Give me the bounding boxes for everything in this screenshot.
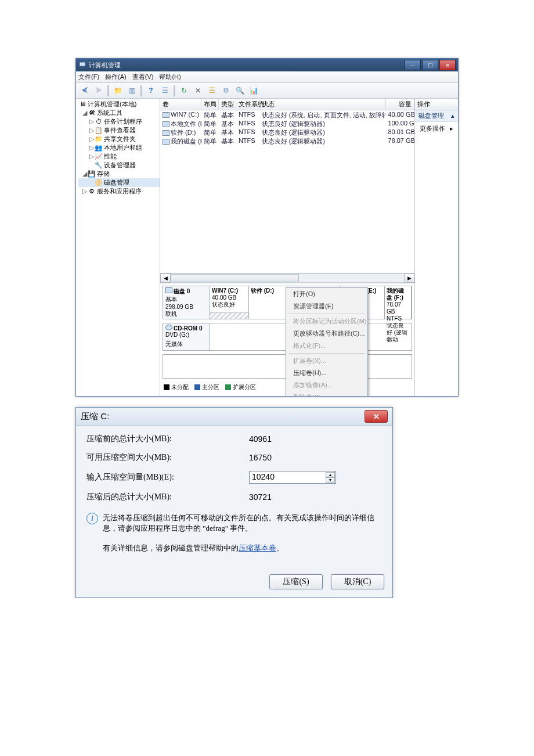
menu-bar: 文件(F) 操作(A) 查看(V) 帮助(H) bbox=[76, 71, 458, 83]
ctx-explore[interactable]: 资源管理器(E) bbox=[286, 300, 367, 312]
context-menu: 打开(O) 资源管理器(E) 将分区标记为活动分区(M) 更改驱动器号和路径(C… bbox=[286, 287, 368, 396]
volume-row[interactable]: 本地文件 (E:) 简单 基本 NTFS 状态良好 (逻辑驱动器) 100.00… bbox=[160, 120, 414, 128]
col-volume[interactable]: 卷 bbox=[160, 99, 201, 110]
menu-action[interactable]: 操作(A) bbox=[105, 73, 127, 81]
tools-icon[interactable]: 📊 bbox=[247, 84, 260, 97]
shrink-button[interactable]: 压缩(S) bbox=[269, 574, 323, 589]
menu-view[interactable]: 查看(V) bbox=[132, 73, 154, 81]
size-before-label: 压缩前的总计大小(MB): bbox=[86, 434, 249, 444]
legend-primary-icon bbox=[194, 384, 200, 390]
ctx-format: 格式化(F)... bbox=[286, 340, 367, 352]
available-shrink-label: 可用压缩空间大小(MB): bbox=[86, 452, 249, 463]
chevron-up-icon: ▴ bbox=[451, 112, 454, 120]
ctx-extend: 扩展卷(X)... bbox=[286, 355, 367, 367]
dialog-close-button[interactable]: ✕ bbox=[365, 410, 388, 423]
cdrom-label: CD-ROM 0 DVD (G:) 无媒体 bbox=[163, 323, 210, 350]
refresh-icon[interactable]: ↻ bbox=[178, 84, 190, 97]
size-before-value: 40961 bbox=[249, 434, 336, 444]
tree-local-users[interactable]: ▷👥本地用户和组 bbox=[78, 143, 160, 152]
scroll-right-icon[interactable]: ▶ bbox=[404, 273, 414, 283]
col-fs[interactable]: 文件系统 bbox=[236, 99, 259, 110]
info-text: 无法将卷压缩到超出任何不可移动的文件所在的点。有关完成该操作时间的详细信息，请参… bbox=[103, 513, 382, 534]
disk-label: 磁盘 0 基本 298.09 GB 联机 bbox=[163, 286, 210, 319]
view-icon[interactable]: ☰ bbox=[158, 84, 171, 97]
gear-icon[interactable]: ⚙ bbox=[219, 84, 232, 97]
partition-c[interactable]: WIN7 (C:) 40.00 GB 状态良好 bbox=[210, 286, 249, 319]
actions-more[interactable]: 更多操作▸ bbox=[415, 122, 458, 135]
legend-extended-icon bbox=[225, 384, 231, 390]
actions-group[interactable]: 磁盘管理▴ bbox=[415, 110, 458, 122]
col-capacity[interactable]: 容量 bbox=[386, 99, 414, 110]
drive-icon bbox=[163, 130, 169, 136]
forward-icon[interactable]: ⮞ bbox=[92, 84, 105, 97]
tree-shared-folders[interactable]: ▷📁共享文件夹 bbox=[78, 135, 160, 143]
volume-row[interactable]: 软件 (D:) 简单 基本 NTFS 状态良好 (逻辑驱动器) 80.01 GB bbox=[160, 128, 414, 137]
disc-icon bbox=[165, 325, 172, 330]
tree-performance[interactable]: ▷📈性能 bbox=[78, 152, 160, 161]
dual-pane-icon[interactable]: ▥ bbox=[125, 84, 138, 97]
menu-file[interactable]: 文件(F) bbox=[78, 73, 99, 81]
info-note: i 无法将卷压缩到超出任何不可移动的文件所在的点。有关完成该操作时间的详细信息，… bbox=[86, 510, 382, 543]
disk-row-0[interactable]: 磁盘 0 基本 298.09 GB 联机 WIN7 (C:) 40.00 GB … bbox=[163, 286, 412, 319]
scroll-thumb[interactable] bbox=[171, 274, 299, 282]
col-type[interactable]: 类型 bbox=[219, 99, 236, 110]
window-title: 计算机管理 bbox=[89, 61, 121, 70]
col-layout[interactable]: 布局 bbox=[201, 99, 219, 110]
disk-icon bbox=[165, 287, 172, 293]
close-button[interactable]: ✕ bbox=[439, 60, 456, 70]
actions-header: 操作 bbox=[415, 99, 458, 110]
chevron-right-icon: ▸ bbox=[450, 125, 453, 132]
shrink-help-link[interactable]: 压缩基本卷 bbox=[239, 543, 276, 552]
shrink-amount-input[interactable]: 10240 ▲ ▼ bbox=[249, 471, 336, 484]
ctx-change-drive-letter[interactable]: 更改驱动器号和路径(C)... bbox=[286, 327, 367, 340]
volume-row[interactable]: WIN7 (C:) 简单 基本 NTFS 状态良好 (系统, 启动, 页面文件,… bbox=[160, 111, 414, 120]
tree-system-tools[interactable]: ◢🛠系统工具 bbox=[78, 109, 160, 117]
app-icon bbox=[78, 61, 86, 69]
toolbar: ⮜ ⮞ 📁 ▥ ? ☰ ↻ ✕ ☰ ⚙ 🔍 📊 bbox=[76, 83, 458, 99]
scroll-track[interactable] bbox=[171, 273, 404, 283]
tree-root[interactable]: 🖥计算机管理(本地) bbox=[78, 100, 160, 109]
window-titlebar[interactable]: 计算机管理 – ☐ ✕ bbox=[76, 59, 458, 71]
svg-rect-1 bbox=[81, 67, 84, 68]
horizontal-scrollbar[interactable]: ◀ ▶ bbox=[160, 273, 414, 283]
help-icon[interactable]: ? bbox=[145, 84, 157, 97]
ctx-add-mirror: 添加镜像(A)... bbox=[286, 379, 367, 391]
properties-icon[interactable]: ☰ bbox=[205, 84, 218, 97]
tree-pane: 🖥计算机管理(本地) ◢🛠系统工具 ▷⏱任务计划程序 ▷📋事件查看器 ▷📁共享文… bbox=[76, 99, 160, 396]
maximize-button[interactable]: ☐ bbox=[422, 60, 438, 70]
minimize-button[interactable]: – bbox=[405, 60, 421, 70]
tree-device-manager[interactable]: 🔧设备管理器 bbox=[78, 161, 160, 170]
computer-management-window: 计算机管理 – ☐ ✕ 文件(F) 操作(A) 查看(V) 帮助(H) ⮜ ⮞ … bbox=[75, 58, 459, 397]
tree-event-viewer[interactable]: ▷📋事件查看器 bbox=[78, 126, 160, 135]
tree-services-apps[interactable]: ▷⚙服务和应用程序 bbox=[78, 187, 160, 196]
drive-icon bbox=[163, 139, 169, 145]
scroll-left-icon[interactable]: ◀ bbox=[160, 273, 171, 283]
ctx-shrink[interactable]: 压缩卷(H)... bbox=[286, 367, 367, 379]
ctx-mark-active: 将分区标记为活动分区(M) bbox=[286, 315, 367, 327]
dialog-titlebar[interactable]: 压缩 C: ✕ bbox=[76, 408, 392, 426]
tree-task-scheduler[interactable]: ▷⏱任务计划程序 bbox=[78, 117, 160, 126]
shrink-dialog: 压缩 C: ✕ 压缩前的总计大小(MB): 40961 可用压缩空间大小(MB)… bbox=[75, 407, 393, 598]
spin-down-icon[interactable]: ▼ bbox=[326, 477, 335, 483]
delete-icon[interactable]: ✕ bbox=[192, 84, 204, 97]
drive-icon bbox=[163, 121, 169, 127]
ctx-open[interactable]: 打开(O) bbox=[286, 288, 367, 300]
toolbar-separator bbox=[174, 85, 175, 96]
partition-f[interactable]: 我的磁盘 (F:) 78.07 GB NTFS 状态良好 (逻辑驱动 bbox=[385, 286, 412, 319]
spin-up-icon[interactable]: ▲ bbox=[326, 472, 335, 477]
spinner[interactable]: ▲ ▼ bbox=[326, 472, 335, 483]
dialog-title: 压缩 C: bbox=[81, 411, 109, 422]
volume-row[interactable]: 我的磁盘 (F:) 简单 基本 NTFS 状态良好 (逻辑驱动器) 78.07 … bbox=[160, 137, 414, 146]
menu-help[interactable]: 帮助(H) bbox=[159, 73, 181, 81]
tree-storage[interactable]: ◢💾存储 bbox=[78, 170, 160, 178]
toolbar-separator bbox=[107, 85, 109, 96]
cancel-button[interactable]: 取消(C) bbox=[331, 574, 384, 589]
ctx-delete-volume: 删除卷(D)... bbox=[286, 391, 367, 396]
actions-pane: 操作 磁盘管理▴ 更多操作▸ bbox=[415, 99, 458, 396]
find-icon[interactable]: 🔍 bbox=[233, 84, 246, 97]
tree-disk-management[interactable]: 📀磁盘管理 bbox=[78, 178, 160, 187]
ctx-separator bbox=[288, 314, 365, 314]
up-icon[interactable]: 📁 bbox=[111, 84, 124, 97]
col-status[interactable]: 状态 bbox=[259, 99, 385, 110]
back-icon[interactable]: ⮜ bbox=[78, 84, 91, 97]
